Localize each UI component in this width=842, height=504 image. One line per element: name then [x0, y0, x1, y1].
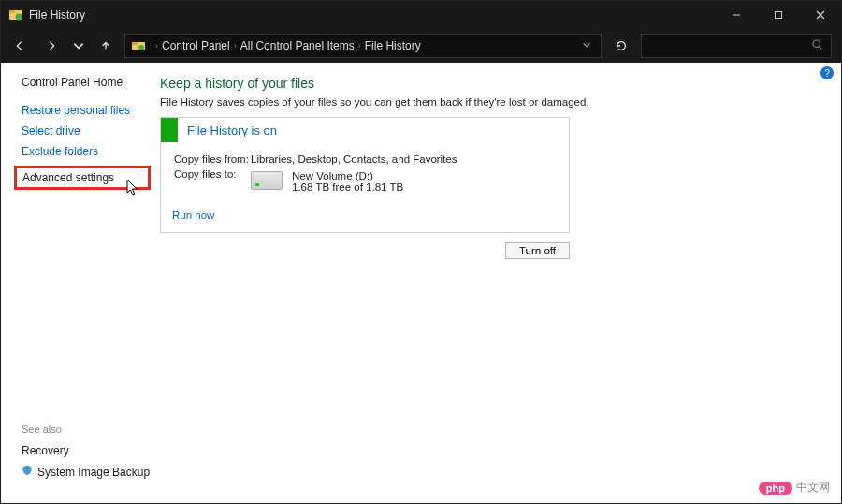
address-bar[interactable]: › Control Panel › All Control Panel Item…	[124, 34, 602, 58]
advanced-settings-link[interactable]: Advanced settings	[22, 171, 114, 184]
breadcrumb-item[interactable]: File History	[365, 39, 421, 52]
close-button[interactable]	[799, 1, 841, 29]
page-description: File History saves copies of your files …	[160, 96, 822, 108]
see-also-header: See also	[22, 424, 151, 435]
status-panel: File History is on Copy files from: Libr…	[160, 117, 570, 233]
system-image-backup-link[interactable]: System Image Backup	[22, 465, 151, 479]
svg-point-10	[813, 40, 820, 47]
svg-point-9	[138, 45, 144, 50]
advanced-settings-highlight: Advanced settings	[14, 166, 151, 190]
select-drive-link[interactable]: Select drive	[22, 124, 151, 137]
recovery-link[interactable]: Recovery	[22, 444, 151, 457]
titlebar: File History	[1, 1, 841, 29]
sidebar: Control Panel Home Restore personal file…	[1, 63, 151, 503]
chevron-right-icon: ›	[358, 41, 361, 50]
chevron-right-icon: ›	[155, 41, 158, 50]
chevron-down-icon[interactable]	[582, 39, 591, 52]
address-row: › Control Panel › All Control Panel Item…	[1, 29, 841, 63]
exclude-folders-link[interactable]: Exclude folders	[22, 145, 151, 158]
copy-from-label: Copy files from:	[174, 153, 249, 166]
maximize-button[interactable]	[757, 1, 799, 29]
minimize-button[interactable]	[715, 1, 757, 29]
status-bar: File History is on	[161, 118, 569, 142]
app-icon	[8, 7, 23, 22]
run-now-link[interactable]: Run now	[172, 209, 214, 221]
up-button[interactable]	[93, 33, 119, 59]
refresh-button[interactable]	[607, 34, 635, 58]
drive-icon	[251, 171, 283, 190]
recent-dropdown[interactable]	[70, 33, 87, 59]
svg-point-2	[16, 14, 22, 21]
main-panel: Keep a history of your files File Histor…	[151, 63, 841, 503]
watermark: php 中文网	[759, 480, 830, 496]
copy-to-label: Copy files to:	[174, 168, 249, 194]
control-panel-home-link[interactable]: Control Panel Home	[22, 76, 151, 89]
window: File History › Control Panel › All Contr…	[0, 0, 842, 504]
restore-personal-files-link[interactable]: Restore personal files	[22, 104, 151, 117]
chevron-right-icon: ›	[234, 41, 237, 50]
breadcrumb-item[interactable]: Control Panel	[162, 39, 230, 52]
svg-line-11	[820, 47, 822, 50]
search-icon	[811, 37, 823, 54]
status-title: File History is on	[178, 123, 277, 137]
see-also-section: See also Recovery System Image Backup	[22, 424, 151, 503]
breadcrumb-item[interactable]: All Control Panel Items	[240, 39, 355, 52]
drive-name: New Volume (D:)	[292, 170, 403, 181]
copy-from-value: Libraries, Desktop, Contacts, and Favori…	[251, 153, 457, 166]
svg-rect-1	[9, 10, 15, 13]
forward-button[interactable]	[38, 33, 65, 59]
watermark-pill: php	[759, 482, 792, 495]
turn-off-button[interactable]: Turn off	[505, 242, 570, 259]
drive-info: New Volume (D:) 1.68 TB free of 1.81 TB	[251, 170, 457, 193]
svg-rect-4	[775, 12, 781, 19]
back-button[interactable]	[7, 33, 33, 59]
svg-rect-8	[132, 42, 138, 45]
page-heading: Keep a history of your files	[160, 76, 822, 91]
content-area: ? Control Panel Home Restore personal fi…	[1, 63, 841, 503]
window-title: File History	[29, 8, 85, 22]
watermark-text: 中文网	[796, 480, 830, 496]
status-indicator-icon	[161, 118, 178, 142]
shield-icon	[22, 465, 33, 479]
drive-free-space: 1.68 TB free of 1.81 TB	[292, 181, 403, 193]
folder-icon	[131, 38, 146, 53]
search-input[interactable]	[641, 34, 832, 58]
